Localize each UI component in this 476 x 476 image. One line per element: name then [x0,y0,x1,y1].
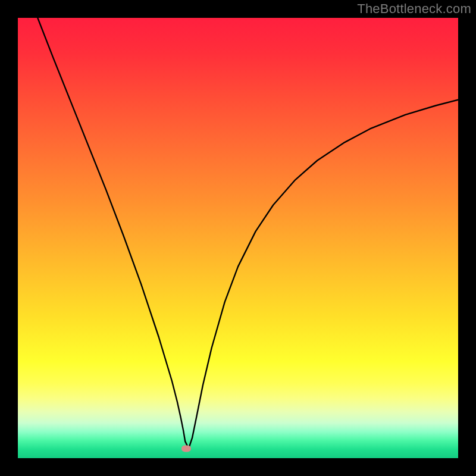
curve-svg [18,18,458,458]
bottleneck-curve [37,18,458,449]
chart-frame: TheBottleneck.com [0,0,476,476]
plot-area [18,18,458,458]
optimal-point-marker [181,446,191,452]
watermark-text: TheBottleneck.com [357,1,471,17]
